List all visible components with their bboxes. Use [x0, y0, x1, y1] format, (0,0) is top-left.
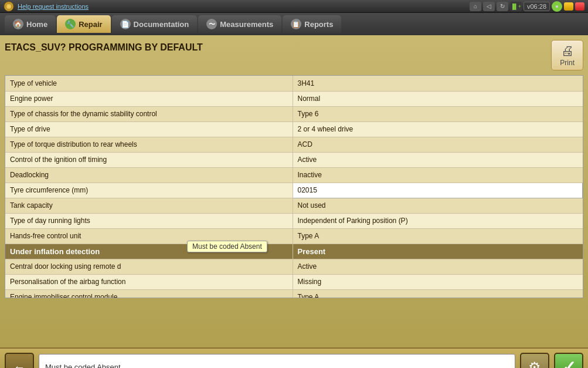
- page-title: ETACS_SUV? PROGRAMMING BY DEFAULT: [5, 40, 203, 55]
- settings-button[interactable]: ⚙: [520, 353, 549, 369]
- tab-reports-label: Reports: [304, 20, 333, 29]
- bottom-bar: ← Must be coded Absent ⚙ ✓: [0, 347, 588, 368]
- tab-reports[interactable]: 📋 Reports: [283, 15, 341, 33]
- page-header: ETACS_SUV? PROGRAMMING BY DEFAULT 🖨 Prin…: [5, 40, 583, 70]
- row-label: Deadlocking: [5, 167, 293, 183]
- battery-icon: ▐▌+: [510, 2, 522, 11]
- title-controls: ⌂ ◁ ↻ ▐▌+ v06:28 ●: [470, 1, 584, 12]
- table-section-header: Under inflation detection Present: [5, 244, 583, 259]
- tyre-value-editable[interactable]: 02015: [293, 183, 583, 198]
- title-bar: Help request instructions ⌂ ◁ ↻ ▐▌+ v06:…: [0, 0, 588, 13]
- version-label: v06:28: [524, 2, 550, 11]
- reports-tab-icon: 📋: [291, 19, 301, 29]
- repair-tab-icon: 🔧: [65, 19, 76, 29]
- tab-repair-label: Repair: [79, 20, 102, 29]
- tab-documentation-label: Documentation: [134, 20, 189, 29]
- row-value: Independent of Parking position (P): [293, 213, 583, 228]
- tab-documentation[interactable]: 📄 Documentation: [112, 15, 198, 33]
- back-tb-icon[interactable]: ◁: [483, 2, 495, 11]
- power-icon[interactable]: ●: [552, 1, 562, 12]
- close-button[interactable]: [575, 2, 584, 11]
- table-row: Central door locking using remote d Acti…: [5, 259, 583, 274]
- row-value: 2 or 4 wheel drive: [293, 121, 583, 137]
- row-value: Active: [293, 152, 583, 167]
- row-label: Type of drive: [5, 121, 293, 137]
- row-value: Inactive: [293, 167, 583, 183]
- tooltip-box: Must be coded Absent: [187, 241, 267, 252]
- section-header-value: Present: [293, 244, 583, 259]
- message-text: Must be coded Absent: [45, 363, 121, 368]
- row-label: Type of torque distribution to rear whee…: [5, 137, 293, 152]
- row-value: Not used: [293, 198, 583, 213]
- print-label: Print: [560, 59, 575, 67]
- minimize-button[interactable]: [564, 2, 573, 11]
- row-label: Type of vehicle: [5, 76, 293, 91]
- tab-home[interactable]: 🏠 Home: [5, 15, 56, 33]
- row-value: Missing: [293, 274, 583, 289]
- row-value: Normal: [293, 91, 583, 106]
- row-label: Type of chassis for the dynamic stabilit…: [5, 106, 293, 121]
- row-value: Active: [293, 259, 583, 274]
- row-value: 3H41: [293, 76, 583, 91]
- home-tab-icon: 🏠: [13, 19, 23, 29]
- row-label: Central door locking using remote d: [5, 259, 293, 274]
- table-row: Type of day running lights Independent o…: [5, 213, 583, 228]
- row-value: Type A: [293, 289, 583, 298]
- data-table-container: Must be coded Absent Type of vehicle 3H4…: [5, 75, 583, 298]
- back-button[interactable]: ←: [5, 353, 34, 369]
- refresh-tb-icon[interactable]: ↻: [497, 2, 508, 11]
- help-link[interactable]: Help request instructions: [18, 3, 470, 10]
- table-row: Engine power Normal: [5, 91, 583, 106]
- table-row: Tank capacity Not used: [5, 198, 583, 213]
- row-label: Type of day running lights: [5, 213, 293, 228]
- row-value: Type 6: [293, 106, 583, 121]
- table-row: Personalisation of the airbag function M…: [5, 274, 583, 289]
- tab-repair[interactable]: 🔧 Repair: [57, 15, 110, 33]
- settings-icon: ⚙: [528, 359, 541, 369]
- measurements-tab-icon: 〜: [206, 19, 217, 29]
- message-box: Must be coded Absent: [39, 354, 515, 369]
- navigation-bar: 🏠 Home 🔧 Repair 📄 Documentation 〜 Measur…: [0, 13, 588, 35]
- tab-measurements-label: Measurements: [220, 20, 273, 29]
- confirm-button[interactable]: ✓: [554, 353, 583, 369]
- table-row: Control of the ignition off timing Activ…: [5, 152, 583, 167]
- row-value: ACD: [293, 137, 583, 152]
- table-row: Hands-free control unit Type A: [5, 228, 583, 244]
- table-row: Engine immobiliser control module Type A: [5, 289, 583, 298]
- row-label: Tyre circumference (mm): [5, 183, 293, 198]
- data-table: Type of vehicle 3H41 Engine power Normal…: [5, 76, 583, 298]
- main-area: ETACS_SUV? PROGRAMMING BY DEFAULT 🖨 Prin…: [0, 35, 588, 347]
- row-label: Engine immobiliser control module: [5, 289, 293, 298]
- row-label: Tank capacity: [5, 198, 293, 213]
- svg-point-2: [8, 5, 10, 8]
- row-label: Control of the ignition off timing: [5, 152, 293, 167]
- table-row: Deadlocking Inactive: [5, 167, 583, 183]
- print-icon: 🖨: [561, 43, 574, 59]
- tab-measurements[interactable]: 〜 Measurements: [198, 15, 281, 33]
- tab-home-label: Home: [26, 20, 47, 29]
- home-tb-icon[interactable]: ⌂: [470, 2, 481, 11]
- table-row: Type of chassis for the dynamic stabilit…: [5, 106, 583, 121]
- table-row: Type of torque distribution to rear whee…: [5, 137, 583, 152]
- row-value: Type A: [293, 228, 583, 244]
- table-row: Type of drive 2 or 4 wheel drive: [5, 121, 583, 137]
- app-logo: [4, 1, 14, 12]
- confirm-icon: ✓: [562, 357, 576, 368]
- row-label: Personalisation of the airbag function: [5, 274, 293, 289]
- back-icon: ←: [13, 360, 25, 368]
- table-row: Type of vehicle 3H41: [5, 76, 583, 91]
- table-row: Tyre circumference (mm) 02015: [5, 183, 583, 198]
- documentation-tab-icon: 📄: [120, 19, 131, 29]
- row-label: Engine power: [5, 91, 293, 106]
- print-button[interactable]: 🖨 Print: [551, 40, 583, 70]
